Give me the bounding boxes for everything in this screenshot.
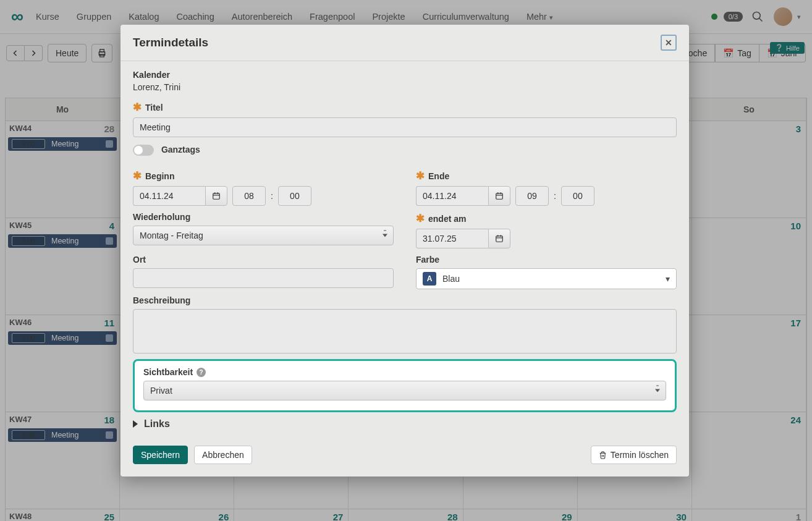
sichtbarkeit-section: Sichtbarkeit ? Privat <box>133 359 677 412</box>
farbe-select[interactable]: A Blau ▾ <box>416 268 677 289</box>
save-button[interactable]: Speichern <box>133 446 188 464</box>
links-accordion[interactable]: Links <box>133 418 677 430</box>
titel-label: ✱Titel <box>133 101 677 114</box>
endet-am-label: ✱endet am <box>416 212 677 225</box>
ende-date-picker-button[interactable] <box>488 186 510 206</box>
ort-label: Ort <box>133 255 394 265</box>
beginn-date-group <box>133 186 227 206</box>
svg-rect-13 <box>496 236 503 242</box>
time-sep: : <box>271 191 273 201</box>
beginn-label: ✱Beginn <box>133 169 394 182</box>
titel-input[interactable] <box>133 117 677 137</box>
time-sep: : <box>554 191 556 201</box>
kalender-label: Kalender <box>133 70 677 80</box>
delete-button[interactable]: Termin löschen <box>591 446 677 464</box>
sichtbarkeit-label: Sichtbarkeit ? <box>143 367 666 377</box>
dialog-header: Termindetails ✕ <box>121 25 689 61</box>
beginn-minute-input[interactable] <box>278 186 311 206</box>
beginn-hour-input[interactable] <box>232 186 266 206</box>
ende-date-input[interactable] <box>416 186 488 206</box>
beschreibung-label: Beschreibung <box>133 295 677 305</box>
sichtbarkeit-select[interactable]: Privat <box>143 381 666 400</box>
ganztags-label: Ganztags <box>161 145 200 155</box>
termindetails-dialog: Termindetails ✕ Kalender Lorenz, Trini ✱… <box>121 25 689 477</box>
trash-icon <box>599 451 607 459</box>
dialog-footer: Speichern Abbrechen Termin löschen <box>121 438 689 477</box>
ende-minute-input[interactable] <box>561 186 594 206</box>
cancel-button[interactable]: Abbrechen <box>194 446 252 464</box>
endet-date-picker-button[interactable] <box>488 229 510 248</box>
kalender-value: Lorenz, Trini <box>133 82 677 92</box>
triangle-right-icon <box>133 420 138 428</box>
ort-input[interactable] <box>133 268 394 288</box>
beschreibung-textarea[interactable] <box>133 309 677 354</box>
ende-hour-input[interactable] <box>515 186 549 206</box>
links-label: Links <box>144 418 170 430</box>
endet-date-input[interactable] <box>416 229 488 248</box>
wiederholung-label: Wiederholung <box>133 212 394 222</box>
wiederholung-select[interactable]: Montag - Freitag <box>133 226 394 245</box>
dialog-title: Termindetails <box>133 36 208 49</box>
color-swatch-icon: A <box>423 272 436 286</box>
svg-rect-9 <box>496 193 503 199</box>
help-icon[interactable]: ? <box>197 368 206 377</box>
svg-rect-5 <box>213 193 220 199</box>
farbe-value: Blau <box>442 274 460 284</box>
close-button[interactable]: ✕ <box>661 35 677 51</box>
beginn-date-picker-button[interactable] <box>205 186 227 206</box>
chevron-down-icon: ▾ <box>666 274 670 284</box>
farbe-label: Farbe <box>416 255 677 265</box>
beginn-date-input[interactable] <box>133 186 205 206</box>
ganztags-toggle[interactable] <box>133 145 154 156</box>
ende-label: ✱Ende <box>416 169 677 182</box>
